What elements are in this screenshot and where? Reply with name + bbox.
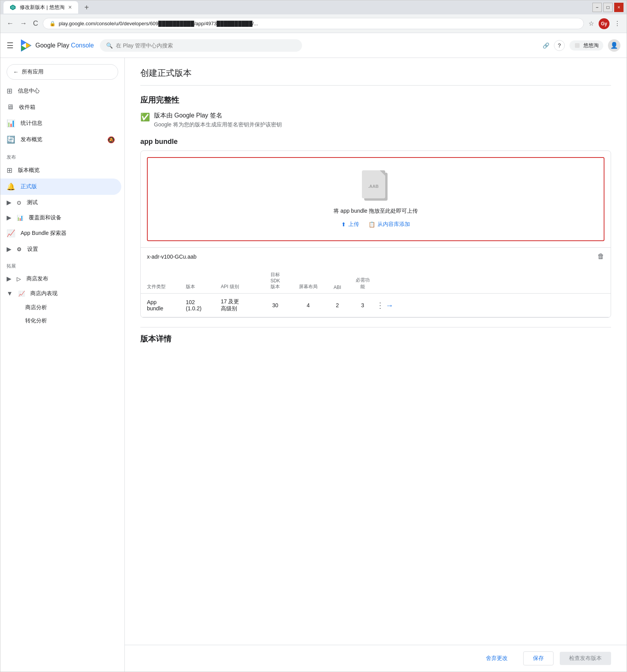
table-row: Appbundle 102(1.0.2) 17 及更高级别 30 4 2 3 ⋮…	[141, 294, 611, 317]
stats-icon: 📊	[7, 119, 15, 128]
upload-dropzone[interactable]: .AAB 将 app bundle 拖放至此处即可上传 ⬆ 上传 �	[147, 157, 604, 241]
win-minimize-button[interactable]: −	[592, 3, 602, 12]
expand-icon: ▶	[7, 245, 11, 253]
upload-actions: ⬆ 上传 📋 从内容库添加	[341, 221, 410, 228]
sidebar-item-label: 商店分析	[25, 304, 47, 310]
app-name-label: 悠悠淘	[583, 42, 599, 49]
help-icon[interactable]: ?	[554, 40, 565, 51]
link-icon[interactable]: 🔗	[543, 42, 549, 49]
main-content: 创建正式版本 应用完整性 ✅ 版本由 Google Play 签名 Google…	[125, 58, 627, 645]
col-header-filetype: 文件类型	[147, 284, 186, 290]
sidebar-item-label: 统计信息	[21, 120, 42, 127]
expand-icon: ▶	[7, 275, 11, 282]
search-input[interactable]	[116, 42, 296, 49]
discard-button[interactable]: 舍弃更改	[477, 652, 517, 665]
win-close-button[interactable]: ×	[614, 3, 624, 12]
more-options-button[interactable]: ⋮	[613, 18, 622, 29]
sidebar-item-store-performance[interactable]: ▼ 📈 商店内表现	[0, 286, 124, 301]
back-arrow-icon: ←	[13, 69, 19, 75]
integrity-info: 版本由 Google Play 签名 Google 将为您的版本生成应用签名密钥…	[154, 112, 282, 128]
sidebar-item-app-bundle[interactable]: 📈 App Bundle 探索器	[0, 225, 121, 242]
cell-abi: 2	[326, 302, 349, 308]
sidebar-item-store-analysis[interactable]: 商店分析	[19, 301, 124, 314]
tab-favicon	[10, 4, 16, 10]
tab-close-button[interactable]: ×	[68, 4, 72, 11]
cell-api: 17 及更高级别	[221, 298, 260, 312]
back-button[interactable]: ←	[5, 18, 15, 29]
google-play-logo-icon	[20, 39, 32, 52]
bookmark-button[interactable]: ☆	[587, 18, 596, 29]
svg-marker-4	[21, 46, 26, 51]
version-details-title: 版本详情	[140, 327, 611, 344]
library-button[interactable]: 📋 从内容库添加	[369, 221, 410, 228]
back-to-all-apps-button[interactable]: ← 所有应用	[7, 64, 118, 80]
navigate-arrow-button[interactable]: →	[386, 301, 393, 310]
sidebar-item-label: 版本概览	[18, 167, 40, 174]
review-button[interactable]: 检查发布版本	[560, 652, 611, 665]
forward-button[interactable]: →	[18, 18, 28, 29]
check-circle-icon: ✅	[140, 112, 150, 122]
back-label: 所有应用	[22, 68, 44, 75]
sidebar-item-label: 收件箱	[19, 104, 35, 111]
refresh-button[interactable]: C	[31, 18, 40, 29]
bundle-section-title: app bundle	[140, 138, 611, 146]
sidebar-item-store-publish[interactable]: ▶ ▷ 商店发布	[0, 271, 124, 286]
user-avatar[interactable]: 👤	[608, 39, 620, 52]
sidebar-item-label: 测试	[27, 199, 38, 206]
upload-icon: ⬆	[341, 221, 346, 228]
sidebar-item-label: 发布概览	[21, 136, 42, 143]
app-container: ☰ Google Play Console 🔍 🔗 ?	[0, 33, 627, 672]
new-tab-button[interactable]: +	[81, 2, 92, 14]
integrity-check-title: 版本由 Google Play 签名	[154, 112, 282, 120]
expand-icon: ▶	[7, 214, 11, 221]
cell-version: 102(1.0.2)	[186, 299, 221, 312]
win-maximize-button[interactable]: □	[603, 3, 613, 12]
title-bar: 修改新版本 | 悠悠淘 × + − □ ×	[0, 0, 627, 14]
store-publish-icon: ▷	[17, 276, 21, 282]
sidebar-item-label: 商店内表现	[30, 290, 58, 297]
sidebar-section-expand: 拓展	[0, 257, 124, 271]
upload-button[interactable]: ⬆ 上传	[341, 221, 359, 228]
aab-file-icon: .AAB	[362, 170, 390, 201]
col-header-version: 版本	[186, 284, 221, 290]
svg-marker-3	[21, 40, 26, 46]
account-avatar[interactable]: Gy	[599, 18, 610, 29]
dashboard-icon: ⊞	[7, 87, 12, 95]
app-header: ☰ Google Play Console 🔍 🔗 ?	[0, 33, 627, 58]
delete-file-button[interactable]: 🗑	[597, 252, 604, 261]
aab-label: .AAB	[368, 184, 379, 189]
integrity-check: ✅ 版本由 Google Play 签名 Google 将为您的版本生成应用签名…	[140, 112, 611, 128]
sidebar-sub-section: 商店分析 转化分析	[0, 301, 124, 327]
save-button[interactable]: 保存	[523, 651, 554, 665]
integrity-check-desc: Google 将为您的版本生成应用签名密钥并保护该密钥	[154, 121, 282, 128]
sidebar-item-conversion-analysis[interactable]: 转化分析	[19, 314, 124, 327]
sidebar-item-publish-overview[interactable]: 🔄 发布概览 🔕	[0, 131, 121, 148]
app-name-chip[interactable]: 悠悠淘	[569, 40, 603, 51]
more-options-button[interactable]: ⋮	[376, 301, 384, 310]
coverage-icon: 📊	[17, 215, 23, 221]
lock-icon: 🔒	[49, 21, 56, 26]
address-bar[interactable]: 🔒 play.google.com/console/u/0/developers…	[43, 18, 584, 29]
sidebar-item-label: 设置	[27, 246, 38, 253]
sidebar-item-label: 信息中心	[18, 88, 40, 94]
sidebar-item-coverage[interactable]: ▶ 📊 覆盖面和设备	[0, 210, 124, 225]
col-header-required: 必需功能	[349, 277, 376, 290]
sidebar-item-release-overview[interactable]: ⊞ 版本概览	[0, 162, 121, 178]
logo-area: Google Play Console	[20, 39, 94, 52]
browser-tab[interactable]: 修改新版本 | 悠悠淘 ×	[3, 1, 78, 14]
drop-text: 将 app bundle 拖放至此处即可上传	[334, 208, 418, 215]
search-bar[interactable]: 🔍	[100, 39, 302, 52]
browser-frame: 修改新版本 | 悠悠淘 × + − □ × ← → C 🔒 play.googl…	[0, 0, 627, 672]
sidebar-item-inbox[interactable]: 🖥 收件箱	[0, 99, 121, 115]
sidebar-item-settings[interactable]: ▶ ⚙ 设置	[0, 242, 124, 257]
sidebar-item-dashboard[interactable]: ⊞ 信息中心	[0, 83, 121, 99]
sidebar-item-stats[interactable]: 📊 统计信息	[0, 115, 121, 131]
nav-bar: ← → C 🔒 play.google.com/console/u/0/deve…	[0, 14, 627, 33]
svg-rect-7	[575, 43, 580, 48]
sidebar-item-production[interactable]: 🔔 正式版	[0, 178, 121, 195]
hamburger-menu-button[interactable]: ☰	[7, 41, 14, 50]
cell-actions: ⋮ →	[376, 301, 407, 310]
sidebar-item-testing[interactable]: ▶ ⊙ 测试	[0, 195, 124, 210]
library-icon: 📋	[369, 221, 375, 228]
cell-filetype: Appbundle	[147, 299, 186, 312]
